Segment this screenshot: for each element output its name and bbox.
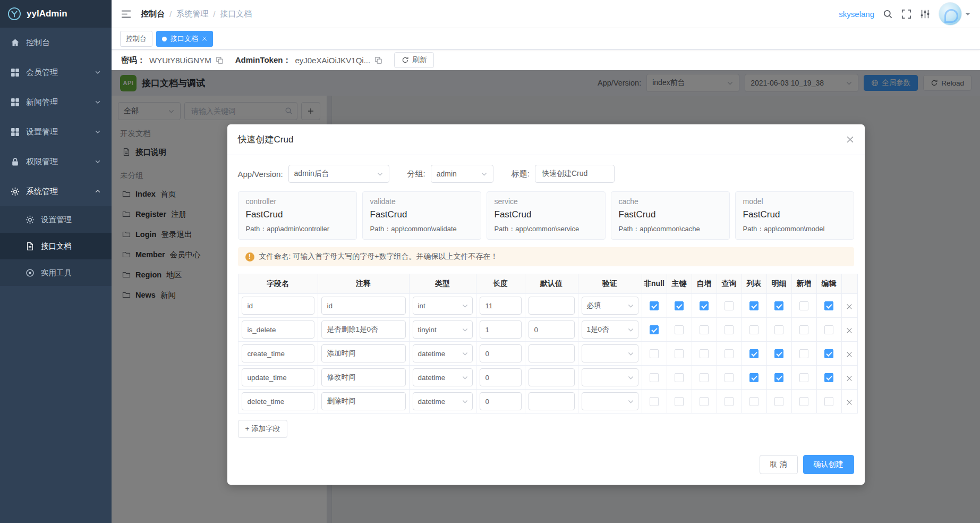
layout-settings-icon[interactable] xyxy=(920,9,930,19)
checkbox-add[interactable] xyxy=(799,397,808,406)
checkbox-auto-increment[interactable] xyxy=(700,397,709,406)
field-validate-select[interactable] xyxy=(582,344,638,362)
checkbox-edit[interactable] xyxy=(824,397,833,406)
breadcrumb-item[interactable]: 系统管理 xyxy=(176,9,208,19)
sidebar-item-auth[interactable]: 权限管理 xyxy=(0,147,112,176)
checkbox-auto-increment[interactable] xyxy=(700,301,709,310)
checkbox-auto-increment[interactable] xyxy=(700,373,709,382)
checkbox-primary-key[interactable] xyxy=(675,301,684,310)
delete-row-icon[interactable] xyxy=(846,375,853,382)
breadcrumb-item[interactable]: 控制台 xyxy=(141,9,165,19)
field-name-input[interactable] xyxy=(242,320,314,339)
fullscreen-icon[interactable] xyxy=(901,9,911,19)
hamburger-icon[interactable] xyxy=(121,10,131,18)
sidebar-item-tools[interactable]: 实用工具 xyxy=(0,259,112,286)
checkbox-query[interactable] xyxy=(725,397,734,406)
field-comment-input[interactable] xyxy=(321,344,406,362)
sidebar-item-news[interactable]: 新闻管理 xyxy=(0,87,112,117)
search-icon[interactable] xyxy=(883,9,893,19)
field-type-select[interactable]: tinyint xyxy=(413,320,473,339)
field-length-input[interactable] xyxy=(480,368,522,386)
checkbox-detail[interactable] xyxy=(774,373,783,382)
tab-api-doc[interactable]: 接口文档 xyxy=(156,31,213,47)
field-validate-select[interactable]: 必填 xyxy=(582,297,638,315)
cancel-button[interactable]: 取 消 xyxy=(760,455,798,474)
checkbox-detail[interactable] xyxy=(774,397,783,406)
sidebar-item-api-doc[interactable]: 接口文档 xyxy=(0,233,112,259)
checkbox-auto-increment[interactable] xyxy=(700,325,709,334)
group-select[interactable]: admin xyxy=(431,165,493,183)
checkbox-query[interactable] xyxy=(725,301,734,310)
delete-row-icon[interactable] xyxy=(846,303,853,310)
checkbox-list[interactable] xyxy=(749,373,759,382)
checkbox-edit[interactable] xyxy=(824,373,833,382)
checkbox-primary-key[interactable] xyxy=(675,325,684,334)
delete-row-icon[interactable] xyxy=(846,327,853,334)
checkbox-list[interactable] xyxy=(749,397,759,406)
field-type-select[interactable]: int xyxy=(413,297,473,315)
field-default-input[interactable] xyxy=(529,344,575,362)
sidebar-item-setting[interactable]: 设置管理 xyxy=(0,117,112,147)
field-length-input[interactable] xyxy=(480,320,522,339)
field-validate-select[interactable] xyxy=(582,392,638,410)
checkbox-not-null[interactable] xyxy=(650,349,659,358)
sidebar-item-member[interactable]: 会员管理 xyxy=(0,57,112,87)
checkbox-not-null[interactable] xyxy=(650,325,659,334)
field-default-input[interactable] xyxy=(529,320,575,339)
checkbox-not-null[interactable] xyxy=(650,301,659,310)
delete-row-icon[interactable] xyxy=(846,351,853,358)
add-field-button[interactable]: + 添加字段 xyxy=(238,420,288,438)
tab-console[interactable]: 控制台 xyxy=(120,31,152,47)
field-validate-select[interactable]: 1是0否 xyxy=(582,320,638,339)
checkbox-detail[interactable] xyxy=(774,325,783,334)
sidebar-item-system-setting[interactable]: 设置管理 xyxy=(0,206,112,233)
field-type-select[interactable]: datetime xyxy=(413,368,473,386)
checkbox-edit[interactable] xyxy=(824,325,833,334)
checkbox-list[interactable] xyxy=(749,325,759,334)
field-comment-input[interactable] xyxy=(321,320,406,339)
field-name-input[interactable] xyxy=(242,297,314,315)
avatar[interactable] xyxy=(939,2,962,26)
checkbox-not-null[interactable] xyxy=(650,373,659,382)
checkbox-query[interactable] xyxy=(725,325,734,334)
checkbox-primary-key[interactable] xyxy=(675,373,684,382)
field-length-input[interactable] xyxy=(480,344,522,362)
checkbox-list[interactable] xyxy=(749,349,759,358)
field-name-input[interactable] xyxy=(242,344,314,362)
crud-title-input[interactable] xyxy=(535,165,615,183)
field-validate-select[interactable] xyxy=(582,368,638,386)
checkbox-detail[interactable] xyxy=(774,301,783,310)
user-menu[interactable] xyxy=(939,2,970,26)
checkbox-detail[interactable] xyxy=(774,349,783,358)
confirm-create-button[interactable]: 确认创建 xyxy=(803,455,854,474)
field-comment-input[interactable] xyxy=(321,368,406,386)
field-name-input[interactable] xyxy=(242,392,314,410)
checkbox-edit[interactable] xyxy=(824,301,833,310)
field-default-input[interactable] xyxy=(529,392,575,410)
field-length-input[interactable] xyxy=(480,392,522,410)
refresh-token-button[interactable]: 刷新 xyxy=(394,52,434,68)
sidebar-item-dashboard[interactable]: 控制台 xyxy=(0,28,112,57)
field-type-select[interactable]: datetime xyxy=(413,344,473,362)
field-default-input[interactable] xyxy=(529,297,575,315)
checkbox-list[interactable] xyxy=(749,301,759,310)
field-comment-input[interactable] xyxy=(321,392,406,410)
field-type-select[interactable]: datetime xyxy=(413,392,473,410)
field-name-input[interactable] xyxy=(242,368,314,386)
checkbox-add[interactable] xyxy=(799,325,808,334)
checkbox-not-null[interactable] xyxy=(650,397,659,406)
field-default-input[interactable] xyxy=(529,368,575,386)
sidebar-item-system[interactable]: 系统管理 xyxy=(0,176,112,206)
checkbox-primary-key[interactable] xyxy=(675,349,684,358)
field-length-input[interactable] xyxy=(480,297,522,315)
modal-app-version-select[interactable]: admin后台 xyxy=(288,165,389,183)
checkbox-query[interactable] xyxy=(725,373,734,382)
checkbox-add[interactable] xyxy=(799,373,808,382)
checkbox-edit[interactable] xyxy=(824,349,833,358)
checkbox-add[interactable] xyxy=(799,349,808,358)
close-tab-icon[interactable] xyxy=(202,36,207,41)
password-copy-icon[interactable] xyxy=(216,56,224,64)
admintoken-copy-icon[interactable] xyxy=(374,56,382,64)
checkbox-auto-increment[interactable] xyxy=(700,349,709,358)
delete-row-icon[interactable] xyxy=(846,399,853,406)
